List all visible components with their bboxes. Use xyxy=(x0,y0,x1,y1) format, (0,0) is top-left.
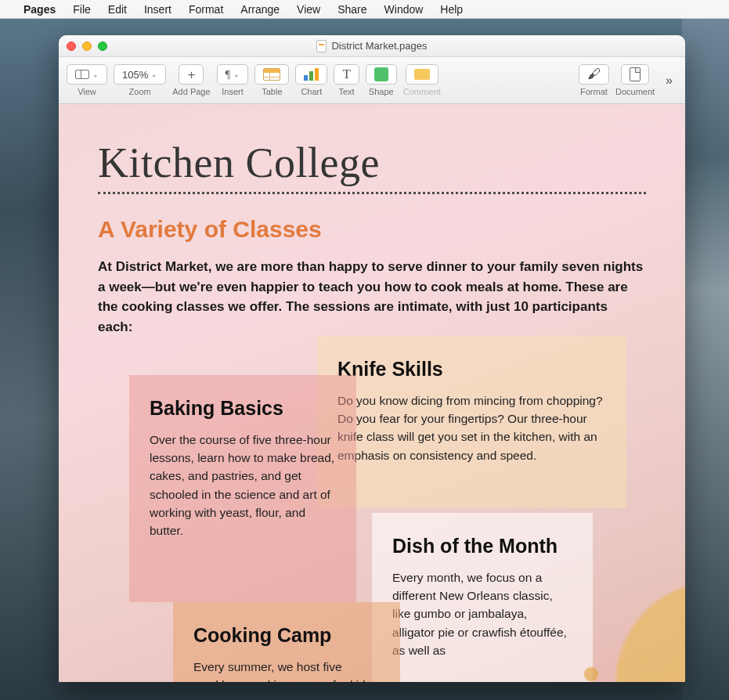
chevron-down-icon: ⌄ xyxy=(151,70,157,78)
insert-button[interactable]: ¶ ⌄ xyxy=(217,64,249,85)
tool-document: Document xyxy=(615,64,655,96)
tool-shape: Shape xyxy=(366,64,397,96)
comment-icon xyxy=(414,69,430,80)
doc-intro[interactable]: At District Market, we are more than hap… xyxy=(98,257,646,337)
tool-text: T Text xyxy=(334,64,359,96)
zoom-button[interactable]: 105% ⌄ xyxy=(114,64,166,85)
dotted-divider xyxy=(98,192,646,194)
fullscreen-button[interactable] xyxy=(98,41,107,51)
comment-label: Comment xyxy=(403,87,441,96)
doc-subheading[interactable]: A Variety of Classes xyxy=(98,216,646,243)
toolbar: ⌄ View 105% ⌄ Zoom + Add Page ¶ ⌄ Insert xyxy=(59,57,685,104)
tool-insert: ¶ ⌄ Insert xyxy=(217,64,249,96)
zoom-value: 105% xyxy=(122,69,148,81)
textbox-title[interactable]: Cooking Camp xyxy=(193,624,380,647)
table-icon xyxy=(263,68,280,81)
plus-icon: + xyxy=(187,68,195,81)
window-title-text: District Market.pages xyxy=(331,40,427,52)
add-page-label: Add Page xyxy=(172,87,210,96)
text-label: Text xyxy=(338,87,354,96)
textbox-title[interactable]: Baking Basics xyxy=(150,397,336,420)
menu-share[interactable]: Share xyxy=(337,3,366,16)
chevron-down-icon: ⌄ xyxy=(92,70,99,78)
document-label: Document xyxy=(615,87,655,96)
comment-button[interactable] xyxy=(406,64,438,85)
shape-button[interactable] xyxy=(366,64,397,85)
add-page-button[interactable]: + xyxy=(179,64,204,85)
traffic-lights xyxy=(67,41,107,51)
menu-app-name[interactable]: Pages xyxy=(23,3,56,16)
minimize-button[interactable] xyxy=(82,41,92,51)
format-button[interactable]: 🖌 xyxy=(579,64,609,85)
chart-label: Chart xyxy=(301,87,322,96)
toolbar-overflow-button[interactable]: » xyxy=(661,74,677,88)
table-button[interactable] xyxy=(254,64,289,85)
paragraph-icon: ¶ xyxy=(226,68,231,81)
zoom-label: Zoom xyxy=(129,87,151,96)
text-button[interactable]: T xyxy=(334,64,359,85)
textbox-body[interactable]: Every summer, we host five weeklong cook… xyxy=(193,658,380,682)
textbox-baking-basics[interactable]: Baking Basics Over the course of five th… xyxy=(129,375,356,602)
system-menubar: Pages File Edit Insert Format Arrange Vi… xyxy=(0,0,729,19)
decorative-image xyxy=(529,525,685,682)
document-icon xyxy=(630,67,641,81)
shape-icon xyxy=(374,67,388,81)
tool-format: 🖌 Format xyxy=(579,64,609,96)
menu-view[interactable]: View xyxy=(297,3,320,16)
chart-icon xyxy=(304,68,319,81)
table-label: Table xyxy=(262,87,282,96)
brush-icon: 🖌 xyxy=(587,67,601,82)
menu-arrange[interactable]: Arrange xyxy=(240,3,280,16)
window-titlebar[interactable]: District Market.pages xyxy=(59,35,685,57)
tool-chart: Chart xyxy=(295,64,327,96)
menu-insert[interactable]: Insert xyxy=(144,3,171,16)
textbox-body[interactable]: Over the course of five three-hour lesso… xyxy=(150,431,336,540)
chart-button[interactable] xyxy=(295,64,327,85)
menu-window[interactable]: Window xyxy=(384,3,424,16)
pages-window: District Market.pages ⌄ View 105% ⌄ Zoom… xyxy=(59,35,685,682)
tool-add-page: + Add Page xyxy=(172,64,210,96)
window-title: District Market.pages xyxy=(59,40,685,52)
text-icon: T xyxy=(342,67,350,82)
doc-title[interactable]: Kitchen College xyxy=(98,139,646,187)
view-label: View xyxy=(78,87,96,96)
view-button[interactable]: ⌄ xyxy=(67,64,107,85)
tool-zoom: 105% ⌄ Zoom xyxy=(114,64,166,96)
insert-label: Insert xyxy=(222,87,244,96)
tool-view: ⌄ View xyxy=(67,64,107,96)
document-canvas[interactable]: Kitchen College A Variety of Classes At … xyxy=(59,104,685,682)
textbox-knife-skills[interactable]: Knife Skills Do you know dicing from min… xyxy=(317,336,626,508)
textbox-cooking-camp[interactable]: Cooking Camp Every summer, we host five … xyxy=(173,602,400,682)
menu-help[interactable]: Help xyxy=(440,3,463,16)
textbox-title[interactable]: Knife Skills xyxy=(337,358,606,381)
tool-table: Table xyxy=(254,64,289,96)
menu-edit[interactable]: Edit xyxy=(108,3,127,16)
menu-file[interactable]: File xyxy=(73,3,91,16)
textbox-body[interactable]: Do you know dicing from mincing from cho… xyxy=(337,391,606,464)
tool-comment: Comment xyxy=(403,64,441,96)
view-icon xyxy=(75,70,89,79)
shape-label: Shape xyxy=(369,87,394,96)
document-button[interactable] xyxy=(621,64,649,85)
document-icon xyxy=(316,40,327,52)
menu-format[interactable]: Format xyxy=(189,3,223,16)
close-button[interactable] xyxy=(67,41,76,51)
desktop-background xyxy=(682,19,729,700)
chevron-down-icon: ⌄ xyxy=(233,70,240,78)
format-label: Format xyxy=(580,87,608,96)
